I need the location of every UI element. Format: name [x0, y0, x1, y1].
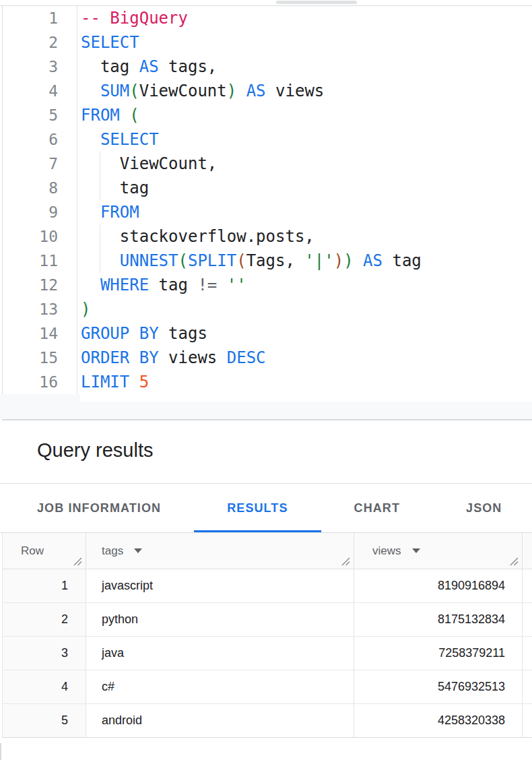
- code-line[interactable]: 10 stackoverflow.posts,: [3, 224, 532, 249]
- code-text: LIMIT 5: [81, 370, 149, 394]
- code-text: SUM(ViewCount) AS views: [81, 79, 324, 103]
- tab-label: CHART: [354, 501, 401, 515]
- query-results-section: Query results: [0, 420, 532, 484]
- table-row: 1javascript8190916894: [3, 569, 532, 603]
- line-number: 5: [3, 103, 58, 127]
- cell-tags: python: [86, 603, 354, 636]
- resize-grip-icon[interactable]: [73, 557, 82, 566]
- line-number: 2: [3, 30, 58, 55]
- resize-grip-icon[interactable]: [510, 557, 519, 566]
- line-number: 12: [3, 273, 58, 297]
- line-number: 10: [3, 224, 58, 249]
- line-number: 9: [3, 200, 58, 224]
- cell-row-number: 3: [3, 637, 86, 670]
- cell-row-number: 1: [3, 569, 86, 602]
- cell-tags: c#: [86, 670, 354, 703]
- code-text: stackoverflow.posts,: [81, 224, 314, 249]
- cell-spacer: [523, 670, 532, 703]
- scrollbar-thumb[interactable]: [276, 1, 357, 4]
- code-text: ): [81, 297, 90, 321]
- line-number: 15: [3, 346, 58, 370]
- cell-views: 8175132834: [354, 603, 523, 636]
- code-text: FROM: [81, 200, 139, 224]
- header-tags-label: tags: [102, 544, 123, 558]
- cell-spacer: [523, 704, 532, 737]
- cell-views: 8190916894: [354, 569, 523, 602]
- footer-left-edge: [0, 743, 1, 760]
- cell-views: 4258320338: [354, 704, 523, 737]
- column-dropdown-icon[interactable]: [134, 548, 142, 553]
- header-views-label: views: [372, 544, 401, 558]
- code-text: UNNEST(SPLIT(Tags, '|')) AS tag: [81, 249, 422, 273]
- results-table: Row tags views 1javascript81909168942pyt…: [2, 533, 532, 738]
- code-line[interactable]: 5FROM (: [3, 103, 532, 127]
- code-line[interactable]: 13): [3, 297, 532, 321]
- editor-horizontal-scrollbar[interactable]: [0, 0, 532, 6]
- code-line[interactable]: 16LIMIT 5: [3, 370, 532, 394]
- table-row: 3java7258379211: [3, 637, 532, 670]
- tab-chart[interactable]: CHART: [321, 484, 434, 532]
- line-number: 4: [3, 79, 58, 103]
- cell-spacer: [523, 603, 532, 636]
- tab-json[interactable]: JSON: [433, 484, 532, 532]
- header-views-column[interactable]: views: [354, 533, 523, 569]
- cell-tags: javascript: [86, 569, 354, 602]
- code-text: -- BigQuery: [81, 6, 188, 30]
- code-line[interactable]: 4 SUM(ViewCount) AS views: [3, 79, 532, 103]
- resize-grip-icon[interactable]: [341, 557, 350, 566]
- cell-row-number: 4: [3, 670, 86, 703]
- tab-job-information[interactable]: JOB INFORMATION: [4, 484, 194, 532]
- column-dropdown-icon[interactable]: [412, 548, 420, 553]
- cell-row-number: 2: [3, 603, 86, 636]
- page-title: Query results: [0, 420, 532, 462]
- code-line[interactable]: 15ORDER BY views DESC: [3, 346, 532, 370]
- tab-results[interactable]: RESULTS: [194, 484, 321, 532]
- header-spacer: [523, 533, 532, 569]
- table-row: 5android4258320338: [3, 704, 532, 738]
- code-line[interactable]: 7 ViewCount,: [3, 152, 532, 176]
- header-tags-column[interactable]: tags: [86, 533, 354, 569]
- code-line[interactable]: 11 UNNEST(SPLIT(Tags, '|')) AS tag: [3, 249, 532, 273]
- code-area[interactable]: 1-- BigQuery2SELECT3 tag AS tags,4 SUM(V…: [3, 6, 532, 394]
- tab-label: JSON: [466, 501, 502, 515]
- table-header-row: Row tags views: [3, 533, 532, 569]
- code-line[interactable]: 8 tag: [3, 176, 532, 200]
- line-number: 6: [3, 127, 58, 152]
- code-text: tag: [81, 176, 149, 200]
- sql-editor[interactable]: 1-- BigQuery2SELECT3 tag AS tags,4 SUM(V…: [2, 6, 532, 420]
- tab-label: JOB INFORMATION: [37, 501, 161, 515]
- code-line[interactable]: 1-- BigQuery: [3, 6, 532, 30]
- line-number: 16: [3, 370, 58, 394]
- cell-views: 7258379211: [354, 637, 523, 670]
- code-text: ORDER BY views DESC: [81, 346, 266, 370]
- line-number: 7: [3, 152, 58, 176]
- line-number: 13: [3, 297, 58, 321]
- cell-row-number: 5: [3, 704, 86, 737]
- code-line[interactable]: 9 FROM: [3, 200, 532, 224]
- cell-tags: android: [86, 704, 354, 737]
- cell-spacer: [523, 637, 532, 670]
- line-number: 3: [3, 55, 58, 79]
- code-text: SELECT: [81, 127, 159, 152]
- code-line[interactable]: 12 WHERE tag != '': [3, 273, 532, 297]
- line-number: 1: [3, 6, 58, 30]
- line-number: 14: [3, 321, 58, 346]
- editor-bottom-strip: [0, 394, 532, 419]
- results-tabbar: JOB INFORMATIONRESULTSCHARTJSON: [0, 484, 532, 533]
- code-text: SELECT: [81, 30, 139, 55]
- header-row-column: Row: [3, 533, 86, 569]
- table-row: 4c#5476932513: [3, 670, 532, 704]
- code-line[interactable]: 14GROUP BY tags: [3, 321, 532, 346]
- code-text: FROM (: [81, 103, 139, 127]
- code-text: GROUP BY tags: [81, 321, 207, 346]
- code-text: ViewCount,: [81, 152, 217, 176]
- cell-tags: java: [86, 637, 354, 670]
- cell-spacer: [523, 569, 532, 602]
- line-number: 11: [3, 249, 58, 273]
- code-text: WHERE tag != '': [81, 273, 246, 297]
- code-line[interactable]: 6 SELECT: [3, 127, 532, 152]
- code-line[interactable]: 3 tag AS tags,: [3, 55, 532, 79]
- header-row-label: Row: [21, 544, 44, 558]
- editor-footer-band: [0, 402, 532, 419]
- code-line[interactable]: 2SELECT: [3, 30, 532, 55]
